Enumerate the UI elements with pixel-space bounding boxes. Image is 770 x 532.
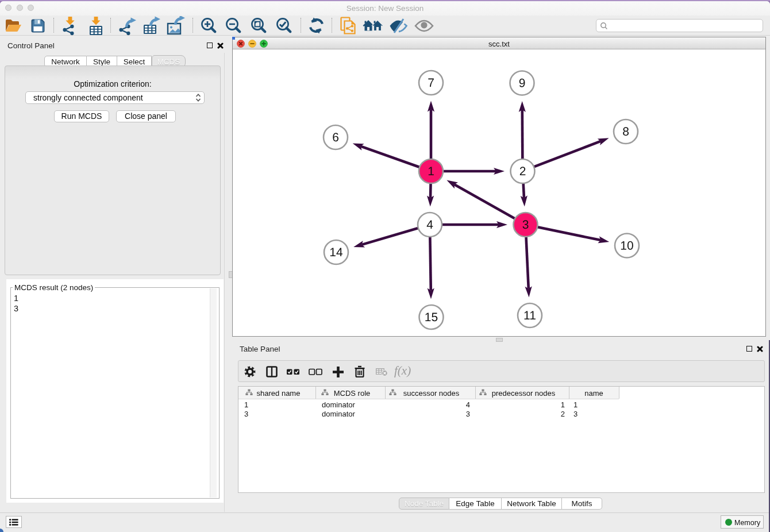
- svg-text:15: 15: [425, 310, 438, 323]
- svg-text:8: 8: [622, 125, 629, 138]
- svg-text:4: 4: [426, 218, 433, 231]
- svg-text:6: 6: [332, 130, 339, 144]
- svg-text:7: 7: [428, 76, 434, 89]
- svg-text:10: 10: [620, 238, 633, 252]
- svg-text:1: 1: [428, 164, 434, 178]
- svg-text:2: 2: [519, 164, 526, 178]
- svg-text:9: 9: [519, 76, 526, 89]
- svg-text:3: 3: [522, 218, 529, 231]
- svg-text:14: 14: [329, 245, 343, 259]
- svg-text:11: 11: [523, 309, 536, 322]
